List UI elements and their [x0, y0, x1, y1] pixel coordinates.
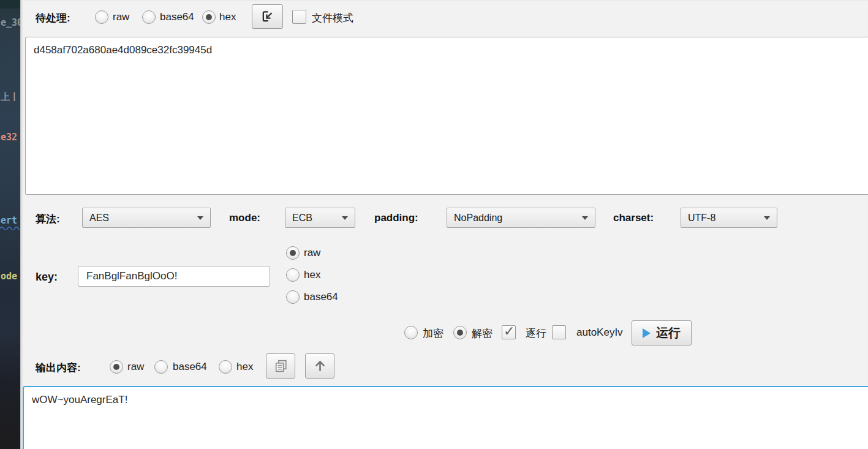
copy-icon — [273, 358, 289, 374]
auto-key-iv-checkbox[interactable] — [552, 325, 566, 339]
input-section-label: 待处理: — [36, 11, 70, 25]
algorithm-value: AES — [83, 213, 197, 224]
arrow-up-icon — [312, 358, 328, 374]
charset-dropdown[interactable]: UTF-8 — [681, 208, 777, 228]
file-mode-label: 文件模式 — [312, 11, 353, 25]
key-format-raw-label: raw — [304, 247, 320, 259]
key-format-raw-radio[interactable] — [286, 246, 300, 260]
line-mode-checkbox[interactable] — [502, 325, 516, 339]
input-format-hex-radio[interactable] — [202, 10, 216, 24]
import-icon — [259, 9, 276, 25]
input-format-raw-radio[interactable] — [95, 10, 108, 24]
output-format-base64-radio[interactable] — [154, 360, 168, 374]
algorithm-dropdown[interactable]: AES — [82, 208, 211, 228]
output-format-raw-radio[interactable] — [110, 360, 123, 374]
output-format-raw-label: raw — [127, 361, 144, 373]
run-button[interactable]: 运行 — [632, 320, 692, 345]
input-format-raw-label: raw — [113, 11, 129, 23]
charset-value: UTF-8 — [681, 213, 764, 224]
run-button-label: 运行 — [656, 325, 681, 341]
output-section-label: 输出内容: — [36, 361, 81, 375]
play-icon — [643, 328, 651, 338]
chevron-down-icon — [197, 216, 203, 220]
algorithm-label: 算法: — [36, 212, 60, 226]
key-format-base64-label: base64 — [304, 291, 338, 303]
key-input[interactable] — [78, 266, 270, 287]
code-fragment: ode — [1, 271, 20, 282]
mode-dropdown[interactable]: ECB — [285, 208, 355, 228]
key-format-base64-radio[interactable] — [286, 290, 300, 304]
chevron-down-icon — [582, 216, 588, 220]
code-fragment: e32 — [1, 132, 20, 143]
copy-output-button[interactable] — [266, 353, 295, 379]
output-format-hex-radio[interactable] — [219, 360, 232, 374]
mode-label: mode: — [229, 212, 260, 224]
output-format-base64-label: base64 — [173, 361, 207, 373]
editor-topbar — [0, 0, 20, 9]
chevron-down-icon — [764, 216, 770, 220]
code-fragment: e_30 — [1, 17, 20, 28]
code-fragment: 上丨 — [1, 91, 20, 103]
input-format-hex-label: hex — [219, 11, 236, 23]
padding-label: padding: — [374, 212, 418, 224]
input-textarea[interactable]: d458af702a680ae4d089ce32fc39945d — [25, 37, 868, 195]
move-output-to-input-button[interactable] — [305, 353, 334, 379]
key-format-hex-radio[interactable] — [286, 268, 300, 282]
decrypt-label: 解密 — [472, 326, 492, 341]
mode-value: ECB — [285, 213, 342, 224]
encrypt-label: 加密 — [423, 326, 443, 341]
input-format-base64-label: base64 — [160, 11, 194, 23]
spellcheck-squiggle — [0, 226, 20, 230]
input-format-base64-radio[interactable] — [142, 10, 156, 24]
output-textarea[interactable]: wOW~youAregrEaT! — [23, 386, 868, 449]
background-editor-strip: e_30 上丨 e32 ert ode — [0, 0, 20, 449]
encrypt-radio[interactable] — [404, 326, 418, 339]
code-fragment: ert — [1, 215, 20, 226]
file-mode-checkbox[interactable] — [292, 10, 306, 24]
key-format-hex-label: hex — [304, 269, 320, 281]
crypto-tool-panel: 待处理: raw base64 hex 文件模式 d458af702a680ae… — [20, 0, 868, 449]
decrypt-radio[interactable] — [453, 326, 467, 339]
auto-key-iv-label: autoKeyIv — [576, 326, 623, 339]
line-mode-label: 逐行 — [526, 326, 546, 341]
key-label: key: — [36, 271, 58, 284]
chevron-down-icon — [342, 216, 348, 220]
charset-label: charset: — [613, 212, 654, 224]
output-format-hex-label: hex — [236, 361, 253, 373]
padding-value: NoPadding — [447, 213, 582, 224]
padding-dropdown[interactable]: NoPadding — [447, 208, 595, 228]
import-button[interactable] — [252, 4, 283, 29]
